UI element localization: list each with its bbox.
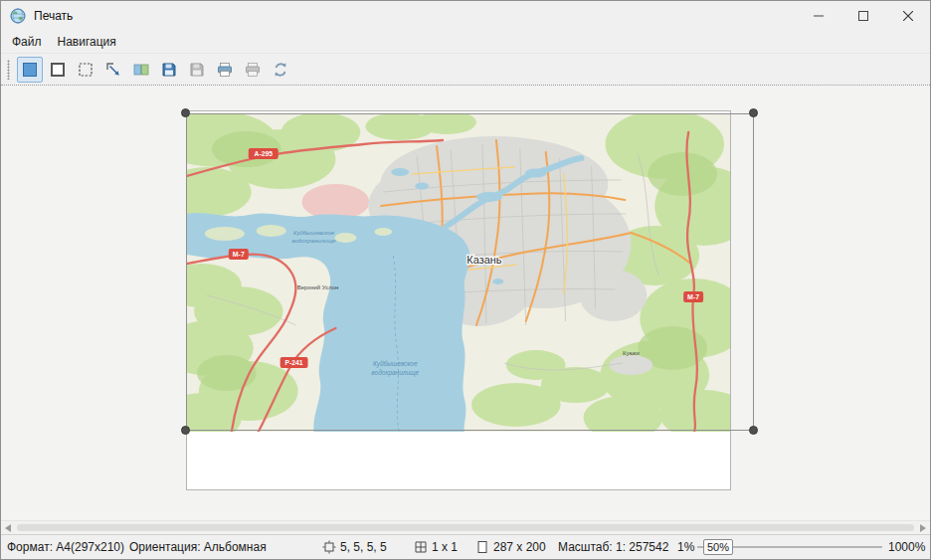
kuyuki-label: Куюки (623, 350, 640, 356)
menu-navigation[interactable]: Навигация (50, 32, 124, 52)
print-icon (215, 60, 235, 80)
scroll-left-icon[interactable] (5, 524, 11, 532)
residential-area (302, 184, 370, 220)
print-button[interactable] (212, 57, 238, 83)
print-size-value: 287 x 200 (493, 540, 546, 554)
statusbar: Формат: A4(297x210) Ориентация: Альбомна… (1, 534, 930, 559)
badge-p241: Р-241 (285, 359, 303, 366)
tiles-preview-tool-button[interactable] (128, 57, 154, 83)
titlebar: Печать (1, 1, 930, 31)
maximize-button[interactable] (840, 1, 885, 31)
menubar: Файл Навигация (1, 31, 930, 53)
margins-icon (322, 540, 336, 554)
resize-area-tool-button[interactable] (100, 57, 126, 83)
window-controls (796, 1, 930, 31)
toolbar (1, 53, 930, 86)
resize-arrow-icon (103, 60, 123, 80)
save-as-button[interactable] (184, 57, 210, 83)
city-label: Казань (466, 254, 501, 266)
selection-handle-top-right[interactable] (749, 108, 758, 117)
menu-file[interactable]: Файл (4, 32, 50, 52)
margins-value: 5, 5, 5, 5 (340, 540, 387, 554)
select-area-tool-button[interactable] (17, 57, 43, 83)
save-icon (159, 60, 179, 80)
print-window: Печать Файл Навигация (0, 0, 931, 560)
badge-m7-left: М-7 (233, 251, 245, 258)
save-button[interactable] (156, 57, 182, 83)
print-setup-button[interactable] (240, 57, 266, 83)
reservoir-label-lower-1: Куйбышевское (373, 360, 418, 368)
selection-handle-top-left[interactable] (181, 108, 190, 117)
globe-icon[interactable] (10, 8, 26, 24)
page-format-label: Формат: A4(297x210) (7, 540, 124, 554)
scrollbar-thumb[interactable] (17, 524, 914, 531)
scroll-right-icon[interactable] (920, 524, 926, 532)
zoom-min-label: 1% (677, 540, 694, 554)
selection-handle-bottom-left[interactable] (181, 426, 190, 435)
page-size-icon (475, 540, 489, 554)
zoom-slider-thumb[interactable]: 50% (703, 539, 733, 555)
print-setup-icon (243, 60, 263, 80)
refresh-button[interactable] (268, 57, 293, 83)
rect-select-icon (76, 60, 95, 80)
toolbar-gripper[interactable] (7, 60, 10, 80)
horizontal-scrollbar[interactable] (1, 520, 930, 534)
orientation-label: Ориентация: Альбомная (129, 540, 267, 554)
reservoir-label-upper-1: Куйбышевское (293, 230, 335, 236)
save-as-icon (187, 60, 207, 80)
minimize-button[interactable] (796, 1, 840, 31)
map-preview[interactable]: А-295 М-7 М-7 Р-241 Казань Куйбышевское … (187, 114, 730, 432)
page-frame-tool-button[interactable] (45, 57, 71, 83)
grid-icon (414, 540, 428, 554)
maximize-icon (858, 11, 868, 21)
tiles-preview-icon (131, 60, 151, 80)
refresh-icon (271, 60, 290, 80)
tiles-value: 1 x 1 (432, 540, 458, 554)
rect-select-tool-button[interactable] (73, 57, 98, 83)
reservoir-label-lower-2: водохранилище (371, 369, 419, 377)
print-page: А-295 М-7 М-7 Р-241 Казань Куйбышевское … (186, 110, 731, 490)
zoom-max-label: 1000% (888, 540, 925, 554)
page-frame-icon (48, 60, 68, 80)
badge-a295: А-295 (255, 150, 274, 157)
preview-canvas[interactable]: А-295 М-7 М-7 Р-241 Казань Куйбышевское … (1, 86, 930, 534)
reservoir-label-upper-2: водохранилище (292, 238, 337, 244)
close-button[interactable] (885, 1, 930, 31)
minimize-icon (814, 11, 824, 21)
close-icon (903, 11, 913, 21)
select-area-icon (20, 60, 40, 80)
scale-label: Масштаб: 1: 257542 (558, 540, 668, 554)
selection-handle-bottom-right[interactable] (749, 426, 758, 435)
window-title: Печать (34, 9, 73, 23)
badge-m7-right: М-7 (687, 293, 699, 300)
uslon-label: Верхний Услон (297, 284, 339, 290)
